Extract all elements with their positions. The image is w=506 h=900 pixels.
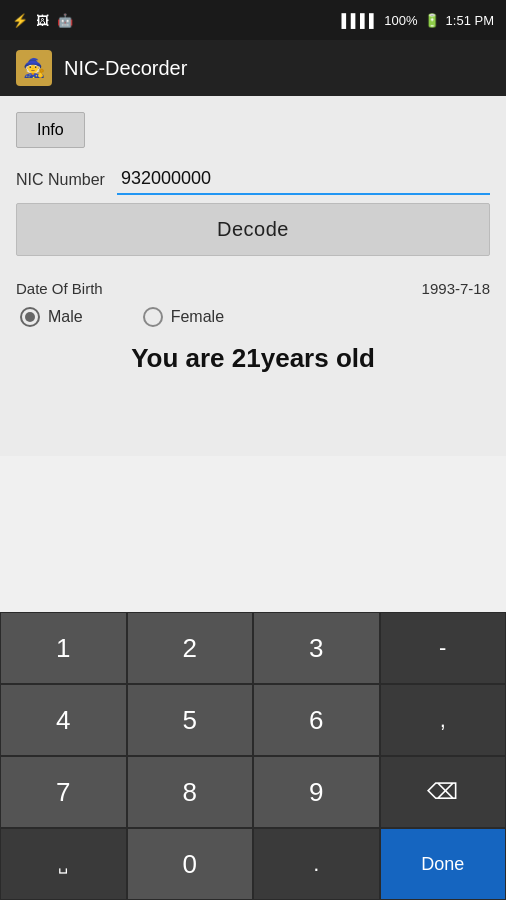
nic-input[interactable] [117,164,490,195]
key-dot[interactable]: . [253,828,380,900]
gender-row: Male Female [16,307,490,327]
app-bar: 🧙 NIC-Decorder [0,40,506,96]
photo-icon: 🖼 [36,13,49,28]
key-6[interactable]: 6 [253,684,380,756]
keyboard-row-4: ␣ 0 . Done [0,828,506,900]
app-title: NIC-Decorder [64,57,187,80]
battery-icon: 🔋 [424,13,440,28]
result-area: Date Of Birth 1993-7-18 Male Female You … [16,276,490,378]
key-0[interactable]: 0 [127,828,254,900]
key-7[interactable]: 7 [0,756,127,828]
key-2[interactable]: 2 [127,612,254,684]
female-label: Female [171,308,224,326]
status-icons: ⚡ 🖼 🤖 [12,13,73,28]
key-5[interactable]: 5 [127,684,254,756]
time: 1:51 PM [446,13,494,28]
age-text: You are 21years old [16,343,490,374]
key-done[interactable]: Done [380,828,507,900]
male-label: Male [48,308,83,326]
backspace-icon: ⌫ [427,779,458,805]
info-button[interactable]: Info [16,112,85,148]
dob-row: Date Of Birth 1993-7-18 [16,280,490,297]
keyboard-row-1: 1 2 3 - [0,612,506,684]
app-icon: 🧙 [16,50,52,86]
keyboard-row-3: 7 8 9 ⌫ [0,756,506,828]
decode-button[interactable]: Decode [16,203,490,256]
status-right: ▌▌▌▌ 100% 🔋 1:51 PM [341,13,494,28]
key-backspace[interactable]: ⌫ [380,756,507,828]
main-content: Info NIC Number Decode Date Of Birth 199… [0,96,506,456]
male-option[interactable]: Male [20,307,83,327]
female-option[interactable]: Female [143,307,224,327]
key-space[interactable]: ␣ [0,828,127,900]
app-icon-image: 🧙 [23,57,45,79]
signal-icon: ▌▌▌▌ [341,13,378,28]
keyboard-row-2: 4 5 6 , [0,684,506,756]
key-8[interactable]: 8 [127,756,254,828]
key-dash[interactable]: - [380,612,507,684]
key-1[interactable]: 1 [0,612,127,684]
status-bar: ⚡ 🖼 🤖 ▌▌▌▌ 100% 🔋 1:51 PM [0,0,506,40]
dob-value: 1993-7-18 [422,280,490,297]
nic-label: NIC Number [16,171,105,189]
nic-row: NIC Number [16,164,490,195]
key-9[interactable]: 9 [253,756,380,828]
female-radio[interactable] [143,307,163,327]
male-radio[interactable] [20,307,40,327]
usb-icon: ⚡ [12,13,28,28]
dob-label: Date Of Birth [16,280,103,297]
key-comma[interactable]: , [380,684,507,756]
android-icon: 🤖 [57,13,73,28]
key-4[interactable]: 4 [0,684,127,756]
keyboard: 1 2 3 - 4 5 6 , 7 8 9 ⌫ ␣ 0 . Done [0,612,506,900]
battery-percent: 100% [384,13,417,28]
key-3[interactable]: 3 [253,612,380,684]
